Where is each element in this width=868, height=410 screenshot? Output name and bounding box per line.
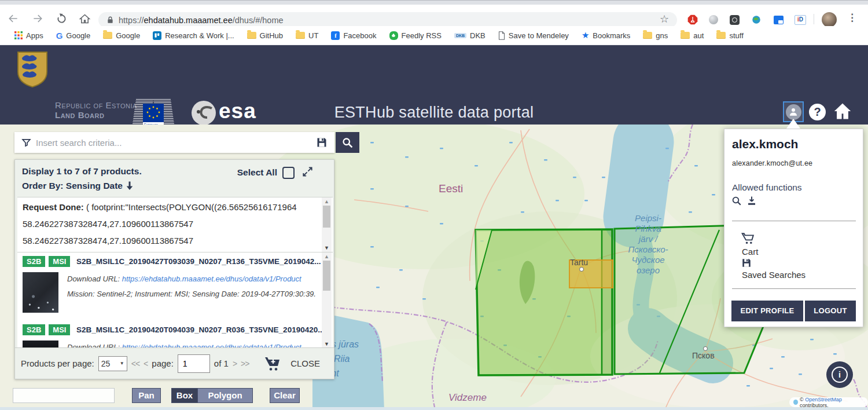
prev-page-button[interactable]: <: [144, 359, 148, 368]
browser-menu-icon[interactable]: ⋮: [847, 12, 857, 24]
home-portal-button[interactable]: [832, 101, 853, 121]
product-row[interactable]: S2BMSI S2B_MSIL1C_20190420T094039_N0207_…: [17, 324, 333, 335]
order-by-label: Order By: Sensing Date: [22, 181, 123, 191]
mission-badge: S2B: [23, 256, 45, 267]
bookmark-label: Google: [66, 31, 90, 40]
user-card-notch: [786, 119, 800, 129]
info-button[interactable]: i: [826, 361, 853, 388]
polygon-tool-button[interactable]: Polygon: [197, 388, 253, 403]
map-label-tartu: Tartu: [570, 258, 588, 267]
saved-searches-link[interactable]: Saved Searches: [742, 270, 806, 280]
lamp-extension-icon[interactable]: [727, 12, 742, 27]
product-name[interactable]: S2B_MSIL1C_20190427T093039_N0207_R136_T3…: [76, 257, 321, 266]
browser-avatar[interactable]: [822, 12, 837, 27]
back-icon[interactable]: [7, 13, 21, 24]
search-permission-icon: [731, 196, 742, 206]
bookmark-aut[interactable]: aut: [674, 31, 710, 40]
close-button[interactable]: CLOSE: [290, 358, 320, 368]
product-meta: Mission: Sentinel-2; Instrument: MSI; Se…: [67, 290, 322, 298]
results-footer: Products per page: 25 ▼ << < page: of 1 …: [15, 347, 334, 379]
saved-searches-icon[interactable]: [741, 258, 752, 268]
bookmark-label: aut: [693, 31, 704, 40]
clear-tool-button[interactable]: Clear: [270, 388, 300, 403]
next-page-button[interactable]: >: [233, 359, 237, 368]
box-tool-button[interactable]: Box: [171, 388, 198, 403]
bookmark-bookmarks[interactable]: ★ Bookmarks: [575, 30, 637, 41]
product-row[interactable]: S2BMSI S2B_MSIL1C_20190427T093039_N0207_…: [17, 256, 333, 267]
bookmark-label: Feedly RSS: [402, 31, 442, 40]
divider: [732, 221, 856, 221]
edit-profile-button[interactable]: EDIT PROFILE: [731, 301, 803, 321]
map-label-vidzeme: Vidzeme: [448, 392, 487, 404]
coordinate-input[interactable]: [13, 388, 115, 403]
reload-icon[interactable]: [56, 13, 69, 24]
id-extension-icon[interactable]: iD: [793, 12, 808, 27]
logout-button[interactable]: LOGOUT: [805, 301, 856, 321]
select-all-label: Select All: [237, 167, 277, 178]
bookmark-research[interactable]: Research & Work |...: [146, 31, 240, 40]
instrument-badge: MSI: [49, 256, 70, 267]
extension-circle-icon[interactable]: [706, 12, 721, 27]
bookmark-ut[interactable]: UT: [289, 31, 325, 40]
bookmark-label: DKB: [470, 31, 486, 40]
download-permission-icon: [746, 196, 757, 206]
home-icon[interactable]: [79, 13, 93, 24]
forward-icon[interactable]: [31, 13, 45, 24]
pskov-marker: [703, 346, 708, 351]
page-title: ESTHub satellite data portal: [0, 104, 868, 122]
cart-icon[interactable]: [741, 232, 755, 245]
first-page-button[interactable]: <<: [131, 359, 139, 368]
osm-link[interactable]: OpenStreetMap: [805, 397, 842, 402]
per-page-select[interactable]: 25 ▼: [98, 356, 127, 371]
expand-panel-icon[interactable]: [302, 166, 313, 177]
bookmark-label: UT: [308, 31, 318, 40]
bookmark-google-folder[interactable]: Google: [97, 31, 146, 40]
request-summary-box: Request Done: ( footprint:"Intersects(PO…: [17, 197, 333, 252]
list-scrollbar[interactable]: ▲ ▼: [322, 252, 332, 348]
product-thumbnail[interactable]: [23, 272, 58, 313]
pan-tool-button[interactable]: Pan: [132, 388, 161, 403]
instrument-badge: MSI: [49, 324, 70, 335]
bookmark-github[interactable]: GitHub: [241, 31, 289, 40]
url-path: /dhus/#/home: [233, 16, 284, 25]
url-scheme: https://: [119, 16, 144, 25]
bookmark-label: Apps: [26, 31, 43, 40]
browser-toolbar: https://ehdatahub.maaamet.ee/dhus/#/home…: [0, 5, 868, 26]
request-scrollbar[interactable]: ▲ ▼: [322, 197, 332, 252]
page-input[interactable]: [178, 354, 210, 373]
globe-extension-icon[interactable]: [749, 12, 764, 27]
bookmark-mendeley[interactable]: Save to Mendeley: [492, 31, 575, 40]
sort-desc-icon[interactable]: [126, 181, 134, 191]
folder-icon: [681, 32, 690, 39]
lock-icon: [106, 16, 114, 24]
save-search-icon[interactable]: [316, 137, 328, 148]
download-url-link[interactable]: https://ehdatahub.maaamet.ee/dhus/odata/…: [122, 274, 301, 283]
bookmark-star-icon[interactable]: ☆: [660, 13, 669, 25]
dkb-icon: DKB: [454, 33, 466, 38]
cart-add-icon[interactable]: [264, 356, 282, 371]
bookmark-feedly[interactable]: Feedly RSS: [383, 31, 448, 40]
bookmark-facebook[interactable]: f Facebook: [325, 31, 382, 40]
url-bar[interactable]: https://ehdatahub.maaamet.ee/dhus/#/home: [98, 12, 677, 28]
help-button[interactable]: ?: [809, 104, 826, 120]
last-page-button[interactable]: >>: [241, 359, 249, 368]
bookmark-dkb[interactable]: DKB DKB: [448, 31, 492, 40]
cart-link[interactable]: Cart: [742, 247, 758, 257]
search-input[interactable]: [35, 137, 316, 148]
folder-icon: [247, 32, 256, 39]
person-icon: [786, 104, 801, 120]
map-label-pskov: Псков: [692, 351, 715, 360]
username: alex.kmoch: [732, 137, 798, 151]
product-name[interactable]: S2B_MSIL1C_20190420T094039_N0207_R036_T3…: [76, 325, 325, 334]
filter-icon[interactable]: [21, 138, 31, 148]
adblock-extension-icon[interactable]: [685, 12, 700, 27]
bookmark-google[interactable]: G Google: [50, 31, 97, 41]
bookmark-apps[interactable]: Apps: [8, 31, 50, 40]
bookmark-gns[interactable]: gns: [637, 31, 674, 40]
search-button[interactable]: [336, 132, 359, 153]
bookmark-stuff[interactable]: stuff: [710, 31, 749, 40]
search-icon: [341, 137, 354, 149]
select-all-checkbox[interactable]: [282, 167, 295, 179]
google-g-icon: G: [56, 31, 63, 41]
window-extension-icon[interactable]: [771, 12, 786, 27]
